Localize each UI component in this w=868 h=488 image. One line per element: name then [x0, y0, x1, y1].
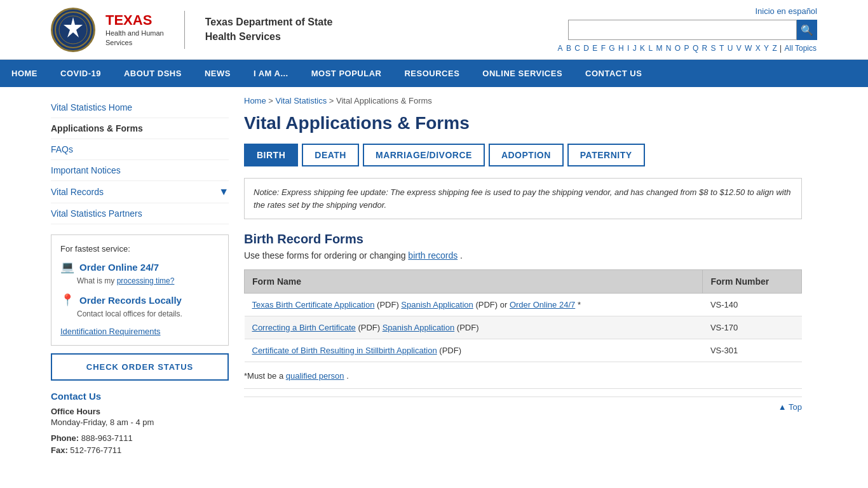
az-link-q[interactable]: Q	[693, 44, 698, 53]
texas-seal	[51, 8, 95, 52]
all-topics-link[interactable]: All Topics	[785, 44, 817, 53]
id-requirements-link[interactable]: Identification Requirements	[60, 327, 161, 336]
phone-line: Phone: 888-963-7111	[51, 433, 229, 443]
form-text-4: (PDF)	[457, 323, 479, 332]
espanol-link[interactable]: Inicio en español	[755, 6, 817, 16]
sidebar-item-vital-statistics-partners[interactable]: Vital Statistics Partners	[51, 203, 229, 224]
nav-covid19[interactable]: COVID-19	[49, 60, 112, 87]
sidebar-item-vital-statistics-home[interactable]: Vital Statistics Home	[51, 97, 229, 118]
form-number-cell-2: VS-170	[703, 316, 802, 339]
main-navigation: HOME COVID-19 ABOUT DSHS NEWS I AM A... …	[0, 60, 868, 87]
notice-box: Notice: Express shipping fee update: The…	[244, 178, 802, 219]
asterisk-1: *	[578, 300, 581, 309]
nav-resources[interactable]: RESOURCES	[393, 60, 471, 87]
dshs-title: Texas Department of StateHealth Services	[205, 15, 333, 44]
az-link-b[interactable]: B	[566, 44, 571, 53]
section-title: Birth Record Forms	[244, 232, 802, 247]
tab-birth[interactable]: BIRTH	[244, 144, 298, 166]
nav-most-popular[interactable]: MOST POPULAR	[300, 60, 393, 87]
az-link-o[interactable]: O	[675, 44, 681, 53]
texas-hhs-label: TEXAS Health and HumanServices	[105, 12, 164, 47]
az-link-d[interactable]: D	[583, 44, 589, 53]
az-link-r[interactable]: R	[702, 44, 708, 53]
spanish-app-link-2[interactable]: Spanish Application	[383, 323, 454, 332]
sidebar-vital-records-label: Vital Records	[51, 187, 104, 197]
sidebar-item-faqs[interactable]: FAQs	[51, 139, 229, 160]
nav-contact-us[interactable]: CONTACT US	[574, 60, 653, 87]
breadcrumb: Home > Vital Statistics > Vital Applicat…	[244, 96, 802, 105]
main-content: Home > Vital Statistics > Vital Applicat…	[229, 87, 817, 468]
order-online-24-7-link[interactable]: Order Online 24/7	[510, 300, 575, 309]
footer-divider	[244, 388, 802, 389]
breadcrumb-vital-statistics[interactable]: Vital Statistics	[276, 96, 327, 105]
az-link-v[interactable]: V	[736, 44, 742, 53]
form-number-cell-1: VS-140	[703, 294, 802, 316]
az-link-s[interactable]: S	[711, 44, 716, 53]
phone-label: Phone:	[51, 433, 79, 443]
section-desc-prefix: Use these forms for ordering or changing	[244, 250, 405, 261]
az-link-a[interactable]: A	[558, 44, 563, 53]
table-row: Certificate of Birth Resulting in Stillb…	[245, 339, 802, 362]
logo-area: TEXAS Health and HumanServices Texas Dep…	[51, 8, 332, 52]
az-link-k[interactable]: K	[640, 44, 645, 53]
az-link-i[interactable]: I	[627, 44, 629, 53]
az-link-j[interactable]: J	[633, 44, 637, 53]
az-link-g[interactable]: G	[609, 44, 614, 53]
tab-marriage-divorce[interactable]: MARRIAGE/DIVORCE	[363, 144, 485, 166]
spanish-app-link-1[interactable]: Spanish Application	[401, 300, 473, 309]
nav-online-services[interactable]: ONLINE SERVICES	[471, 60, 574, 87]
az-link-c[interactable]: C	[574, 44, 580, 53]
order-locally-row: 📍 Order Records Locally	[60, 293, 219, 307]
fax-number: 512-776-7711	[70, 445, 121, 455]
tab-paternity[interactable]: PATERNITY	[567, 144, 645, 166]
az-link-t[interactable]: T	[719, 44, 724, 53]
az-link-p[interactable]: P	[684, 44, 689, 53]
fax-label: Fax:	[51, 445, 68, 455]
form-name-cell-2: Correcting a Birth Certificate (PDF) Spa…	[245, 316, 703, 339]
sidebar-item-applications-forms[interactable]: Applications & Forms	[51, 118, 229, 139]
az-link-n[interactable]: N	[666, 44, 672, 53]
az-link-y[interactable]: Y	[764, 44, 769, 53]
az-link-z[interactable]: Z	[772, 44, 776, 53]
search-button[interactable]: 🔍	[797, 20, 817, 40]
order-locally-sub: Contact local offices for details.	[77, 309, 219, 318]
order-online-link[interactable]: Order Online 24/7	[79, 262, 159, 273]
az-link-x[interactable]: X	[756, 44, 761, 53]
az-link-u[interactable]: U	[728, 44, 733, 53]
sidebar-item-vital-records[interactable]: Vital Records ▼	[51, 181, 229, 203]
texas-birth-cert-link[interactable]: Texas Birth Certificate Application	[252, 300, 375, 309]
table-row: Texas Birth Certificate Application (PDF…	[245, 294, 802, 316]
nav-i-am-a[interactable]: I AM A...	[242, 60, 300, 87]
search-input[interactable]	[568, 20, 797, 40]
sidebar: Vital Statistics Home Applications & For…	[51, 87, 229, 468]
stillbirth-cert-link[interactable]: Certificate of Birth Resulting in Stillb…	[252, 346, 437, 355]
qualified-person-link[interactable]: qualified person	[286, 371, 344, 381]
top-link-container: ▲ Top	[244, 396, 802, 412]
breadcrumb-home[interactable]: Home	[244, 96, 266, 105]
az-link-f[interactable]: F	[601, 44, 606, 53]
processing-time-link[interactable]: processing time?	[117, 276, 175, 285]
az-link-w[interactable]: W	[745, 44, 752, 53]
nav-news[interactable]: NEWS	[193, 60, 242, 87]
breadcrumb-current: Vital Applications & Forms	[336, 96, 432, 105]
birth-records-link[interactable]: birth records	[408, 250, 458, 261]
forms-table: Form Name Form Number Texas Birth Certif…	[244, 269, 802, 362]
tab-adoption[interactable]: ADOPTION	[489, 144, 564, 166]
top-link[interactable]: ▲ Top	[778, 402, 802, 412]
az-link-l[interactable]: L	[648, 44, 653, 53]
correcting-birth-cert-link[interactable]: Correcting a Birth Certificate	[252, 323, 356, 332]
footer-note-prefix: *Must be a	[244, 371, 283, 381]
nav-home[interactable]: HOME	[0, 60, 49, 87]
az-link-h[interactable]: H	[618, 44, 624, 53]
expand-arrow-icon: ▼	[219, 186, 229, 198]
check-order-status-button[interactable]: CHECK ORDER STATUS	[51, 353, 229, 381]
table-row: Correcting a Birth Certificate (PDF) Spa…	[245, 316, 802, 339]
nav-about-dshs[interactable]: ABOUT DSHS	[112, 60, 193, 87]
sidebar-item-important-notices[interactable]: Important Notices	[51, 160, 229, 181]
tab-death[interactable]: DEATH	[302, 144, 359, 166]
az-index: A B C D E F G H I J K L M N O P Q R S T …	[557, 44, 817, 53]
order-locally-link[interactable]: Order Records Locally	[79, 295, 182, 306]
form-name-cell-1: Texas Birth Certificate Application (PDF…	[245, 294, 703, 316]
az-link-m[interactable]: M	[656, 44, 662, 53]
az-link-e[interactable]: E	[592, 44, 597, 53]
